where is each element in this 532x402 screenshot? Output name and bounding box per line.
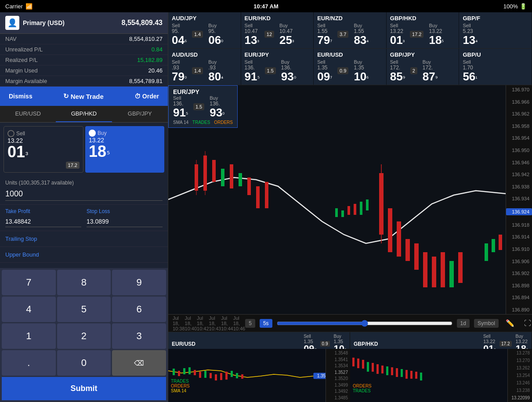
toolbar: Dismiss ↻ New Trade ⏱ Order <box>0 87 168 106</box>
svg-rect-78 <box>386 366 388 375</box>
tab-eurusd[interactable]: EUR/USD <box>0 106 56 122</box>
units-label: Units (100,305,317 available) <box>5 180 163 186</box>
tile-gbpf[interactable]: GBP/F Sell 5.23 13 ⁴ <box>459 12 532 48</box>
unrealized-pl-value: 0.84 <box>152 46 163 53</box>
tile-eurnzd[interactable]: EUR/NZD Sell 1.55 79 ⁷ 3.7 Buy 1.55 <box>314 12 387 48</box>
buy-price-big: 18 <box>89 144 106 159</box>
tile-eurjpy[interactable]: EUR/JPY Sell 136. 91 ⁵ 1.5 Buy 136. <box>241 49 314 85</box>
svg-rect-30 <box>492 239 495 252</box>
svg-rect-20 <box>388 208 392 252</box>
account-name: Primary (USD) <box>23 19 65 26</box>
svg-rect-84 <box>415 372 417 379</box>
svg-rect-15 <box>354 204 356 215</box>
numpad-grid: 7 8 9 4 5 6 1 2 3 . 0 ⌫ <box>2 270 166 376</box>
tile-gbphkd-pair: GBP/HKD <box>390 15 456 22</box>
chart-spread: 1.5 <box>193 103 204 110</box>
tile-audusd-spread: 1.4 <box>192 67 203 74</box>
buy-radio <box>89 130 96 137</box>
key-9[interactable]: 9 <box>112 270 166 295</box>
key-1[interactable]: 1 <box>2 323 56 349</box>
nav-label: NAV <box>5 36 17 42</box>
svg-rect-61 <box>210 373 212 378</box>
battery-icon: 🔋 <box>520 3 527 10</box>
svg-rect-82 <box>405 370 408 379</box>
svg-rect-14 <box>347 206 350 215</box>
margin-available-value: 8,554,789.81 <box>129 78 163 84</box>
upper-bound-field[interactable]: Upper Bound <box>0 247 168 263</box>
chart-controls: 5 5s 1d Symbol ✏️ ⛶ ⛶ <box>245 318 532 328</box>
key-7[interactable]: 7 <box>2 270 56 295</box>
key-5[interactable]: 5 <box>57 297 111 322</box>
buy-label: Buy <box>89 130 161 137</box>
chart-sell-col: Sell 136. 91 ⁵ <box>173 95 188 118</box>
tile-audjpy[interactable]: AUD/JPY Sell 95. 04 ⁶ 1.4 Buy 95. <box>168 12 241 48</box>
tile-gbpu[interactable]: GBP/U Sell 1.70 56 ¹ <box>459 49 532 85</box>
lower-bound-field[interactable]: Lower Bound <box>0 263 168 268</box>
tile-gbpu-prices: Sell 1.70 56 ¹ <box>463 59 528 82</box>
key-2[interactable]: 2 <box>57 323 111 349</box>
submit-button[interactable]: Submit <box>2 377 166 400</box>
key-8[interactable]: 8 <box>57 270 111 295</box>
tile-eurusd[interactable]: EUR/USD Sell 1.35 09 ⁷ 0.9 Buy 1.35 <box>314 49 387 85</box>
mini-eurusd-yaxis: 1.3548 1.3541 1.3534 1.3527 1.3520 1.349… <box>326 349 350 402</box>
chart-overlay-labels: SMA 14 TRADES ORDERS <box>173 120 233 125</box>
tile-eurhkd[interactable]: EUR/HKD Sell 10.47 13 ³ 12 Buy 10.47 <box>241 12 314 48</box>
key-0[interactable]: 0 <box>57 350 111 376</box>
buy-box[interactable]: Buy 13.22 18 ⁵ <box>85 126 164 173</box>
svg-rect-77 <box>381 366 384 373</box>
new-trade-button[interactable]: ↻ New Trade <box>60 91 107 102</box>
svg-rect-9 <box>247 177 251 195</box>
chart-5s-btn[interactable]: 5s <box>260 319 272 328</box>
dismiss-button[interactable]: Dismiss <box>5 91 36 101</box>
chart-expand-btn[interactable]: ⛶ <box>521 319 532 328</box>
status-bar: Carrier 📶 10:47 AM 100% 🔋 <box>0 0 532 12</box>
stop-loss-input[interactable] <box>87 216 163 227</box>
trailing-stop-field[interactable]: Trailing Stop <box>0 231 168 247</box>
svg-rect-75 <box>372 363 374 372</box>
svg-rect-71 <box>352 358 355 366</box>
chart-5-btn[interactable]: 5 <box>245 319 255 328</box>
currency-grid-bottom: AUD/USD Sell .93 79 ⁰ 1.4 Buy .93 <box>168 49 532 85</box>
sell-box[interactable]: Sell 13.22 01 ³ 17.2 <box>4 126 83 173</box>
svg-rect-80 <box>396 368 398 377</box>
new-trade-icon: ↻ <box>63 92 69 100</box>
mini-eurusd-svg: 1.35101 <box>168 349 350 402</box>
take-profit-label: Take Profit <box>5 208 81 214</box>
tile-audusd-pair: AUD/USD <box>172 51 237 58</box>
order-button[interactable]: ⏱ Order <box>131 91 163 101</box>
svg-rect-57 <box>188 367 191 374</box>
mini-gbphkd-spread: 17.2 <box>499 341 511 347</box>
sell-price-large: 01 ³ <box>7 144 80 160</box>
take-profit-input[interactable] <box>5 216 81 227</box>
tab-gbphkd[interactable]: GBP/HKD <box>56 106 112 122</box>
svg-rect-70 <box>350 349 532 402</box>
timeframe-slider[interactable] <box>277 320 452 327</box>
svg-rect-62 <box>215 374 217 380</box>
key-4[interactable]: 4 <box>2 297 56 322</box>
tile-audusd[interactable]: AUD/USD Sell .93 79 ⁰ 1.4 Buy .93 <box>168 49 241 85</box>
tile-gbpf-prices: Sell 5.23 13 ⁴ <box>463 23 528 46</box>
tab-gbpjpy[interactable]: GBP/JPY <box>112 106 168 122</box>
mini-chart-gbphkd[interactable]: GBP/HKD Sell 13.22 01 ³ 17.2 Buy <box>350 332 532 402</box>
chart-area: EUR/JPY Sell 136. 91 ⁵ 1.5 Buy 136. <box>168 85 532 332</box>
mini-gbphkd-yaxis: 13.278 13.270 13.262 13.254 13.246 13.23… <box>507 349 532 402</box>
chart-header-box[interactable]: EUR/JPY Sell 136. 91 ⁵ 1.5 Buy 136. <box>168 85 238 128</box>
svg-rect-55 <box>178 371 180 376</box>
buy-price-large: 18 ⁵ <box>89 144 161 159</box>
mini-chart-eurusd[interactable]: EUR/USD Sell 1.35 09 ⁷ 0.9 Buy <box>168 332 350 402</box>
key-dot[interactable]: . <box>2 350 56 376</box>
key-delete[interactable]: ⌫ <box>112 350 166 376</box>
user-icon: 👤 <box>5 16 19 30</box>
sell-spread-badge: 17.2 <box>66 162 80 169</box>
units-input[interactable]: 1000 <box>5 188 163 201</box>
chart-1d-btn[interactable]: 1d <box>457 319 470 328</box>
tile-gbphkd[interactable]: GBP/HKD Sell 13.22 01 ³ 17.2 Buy 13.22 <box>387 12 460 48</box>
tile-gbpjpy[interactable]: GBP/JPY Sell 172. 85 ⁹ 2 Buy 172. <box>387 49 460 85</box>
svg-rect-85 <box>420 373 422 380</box>
svg-rect-11 <box>265 182 268 208</box>
svg-rect-26 <box>441 252 445 287</box>
key-6[interactable]: 6 <box>112 297 166 322</box>
chart-symbol-btn[interactable]: Symbol <box>474 319 499 328</box>
chart-draw-btn[interactable]: ✏️ <box>503 318 517 328</box>
key-3[interactable]: 3 <box>112 323 166 349</box>
